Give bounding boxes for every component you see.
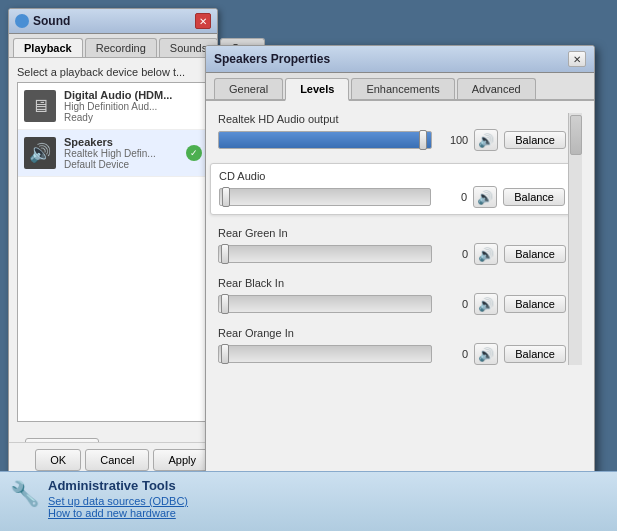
level-label-cdaudio: CD Audio	[219, 170, 565, 182]
levels-scrollbar[interactable]	[568, 113, 582, 365]
level-row-rearorange: Rear Orange In 0 🔊 Balance	[218, 327, 566, 365]
rearorange-level-value: 0	[438, 348, 468, 360]
reargreen-balance-button[interactable]: Balance	[504, 245, 566, 263]
rearorange-balance-button[interactable]: Balance	[504, 345, 566, 363]
realtek-level-value: 100	[438, 134, 468, 146]
level-control-cdaudio: 0 🔊 Balance	[219, 186, 565, 208]
rearorange-mute-button[interactable]: 🔊	[474, 343, 498, 365]
tab-recording[interactable]: Recording	[85, 38, 157, 57]
taskbar-content: Administrative Tools Set up data sources…	[48, 478, 188, 519]
tab-playback[interactable]: Playback	[13, 38, 83, 57]
cdaudio-level-value: 0	[437, 191, 467, 203]
speakers-body: Realtek HD Audio output 100 🔊 Balance CD…	[206, 101, 594, 389]
sound-cancel-button[interactable]: Cancel	[85, 449, 149, 471]
playback-label: Select a playback device below t...	[17, 66, 209, 78]
speakers-title: Speakers Properties	[214, 52, 330, 66]
level-row-realtek: Realtek HD Audio output 100 🔊 Balance	[218, 113, 566, 151]
device-list: 🖥 Digital Audio (HDM... High Definition …	[17, 82, 209, 422]
speakers-dialog: Speakers Properties ✕ General Levels Enh…	[205, 45, 595, 525]
device-desc-hdmi: High Definition Aud...	[64, 101, 202, 112]
device-name-hdmi: Digital Audio (HDM...	[64, 89, 202, 101]
speakers-titlebar: Speakers Properties ✕	[206, 46, 594, 73]
sound-apply-button[interactable]: Apply	[153, 449, 211, 471]
level-control-reargreen: 0 🔊 Balance	[218, 243, 566, 265]
reargreen-mute-button[interactable]: 🔊	[474, 243, 498, 265]
taskbar-link-0[interactable]: Set up data sources (ODBC)	[48, 495, 188, 507]
level-control-rearorange: 0 🔊 Balance	[218, 343, 566, 365]
scrollbar-thumb[interactable]	[570, 115, 582, 155]
device-status-hdmi: Ready	[64, 112, 202, 123]
realtek-slider-thumb[interactable]	[419, 130, 427, 150]
level-control-rearblack: 0 🔊 Balance	[218, 293, 566, 315]
device-item-speakers[interactable]: 🔊 Speakers Realtek High Defin... Default…	[18, 130, 208, 177]
admin-tools-icon: 🔧	[10, 480, 40, 508]
device-desc-speakers: Realtek High Defin...	[64, 148, 178, 159]
device-status-speakers: Default Device	[64, 159, 178, 170]
monitor-icon: 🖥	[24, 90, 56, 122]
sound-ok-button[interactable]: OK	[35, 449, 81, 471]
speaker-device-icon: 🔊	[24, 137, 56, 169]
tab-advanced[interactable]: Advanced	[457, 78, 536, 99]
taskbar-link-1[interactable]: How to add new hardware	[48, 507, 188, 519]
level-label-rearorange: Rear Orange In	[218, 327, 566, 339]
speakers-close-button[interactable]: ✕	[568, 51, 586, 67]
rearblack-slider-track[interactable]	[218, 295, 432, 313]
rearorange-slider-track[interactable]	[218, 345, 432, 363]
reargreen-slider-thumb[interactable]	[221, 244, 229, 264]
level-control-realtek: 100 🔊 Balance	[218, 129, 566, 151]
taskbar-title: Administrative Tools	[48, 478, 188, 493]
rearblack-mute-button[interactable]: 🔊	[474, 293, 498, 315]
sound-dialog: Sound ✕ Playback Recording Sounds Co... …	[8, 8, 218, 478]
level-row-reargreen: Rear Green In 0 🔊 Balance	[218, 227, 566, 265]
realtek-mute-button[interactable]: 🔊	[474, 129, 498, 151]
device-info-hdmi: Digital Audio (HDM... High Definition Au…	[64, 89, 202, 123]
tab-enhancements[interactable]: Enhancements	[351, 78, 454, 99]
sound-icon	[15, 14, 29, 28]
tab-general[interactable]: General	[214, 78, 283, 99]
sound-title: Sound	[15, 14, 70, 28]
realtek-balance-button[interactable]: Balance	[504, 131, 566, 149]
level-label-reargreen: Rear Green In	[218, 227, 566, 239]
cdaudio-slider-thumb[interactable]	[222, 187, 230, 207]
device-name-speakers: Speakers	[64, 136, 178, 148]
reargreen-level-value: 0	[438, 248, 468, 260]
device-info-speakers: Speakers Realtek High Defin... Default D…	[64, 136, 178, 170]
level-label-rearblack: Rear Black In	[218, 277, 566, 289]
rearorange-slider-thumb[interactable]	[221, 344, 229, 364]
sound-tabs: Playback Recording Sounds Co...	[9, 34, 217, 58]
reargreen-slider-track[interactable]	[218, 245, 432, 263]
level-label-realtek: Realtek HD Audio output	[218, 113, 566, 125]
sound-content: Select a playback device below t... 🖥 Di…	[9, 58, 217, 430]
rearblack-balance-button[interactable]: Balance	[504, 295, 566, 313]
taskbar-area: 🔧 Administrative Tools Set up data sourc…	[0, 471, 617, 531]
rearblack-level-value: 0	[438, 298, 468, 310]
default-badge: ✓	[186, 145, 202, 161]
sound-titlebar: Sound ✕	[9, 9, 217, 34]
cdaudio-balance-button[interactable]: Balance	[503, 188, 565, 206]
level-row-cdaudio: CD Audio 0 🔊 Balance	[210, 163, 574, 215]
sound-close-button[interactable]: ✕	[195, 13, 211, 29]
levels-container: Realtek HD Audio output 100 🔊 Balance CD…	[218, 113, 582, 365]
device-item-hdmi[interactable]: 🖥 Digital Audio (HDM... High Definition …	[18, 83, 208, 130]
tab-levels[interactable]: Levels	[285, 78, 349, 101]
cdaudio-slider-track[interactable]	[219, 188, 431, 206]
realtek-slider-track[interactable]	[218, 131, 432, 149]
speakers-tabs: General Levels Enhancements Advanced	[206, 73, 594, 101]
level-row-rearblack: Rear Black In 0 🔊 Balance	[218, 277, 566, 315]
cdaudio-mute-button[interactable]: 🔊	[473, 186, 497, 208]
rearblack-slider-thumb[interactable]	[221, 294, 229, 314]
